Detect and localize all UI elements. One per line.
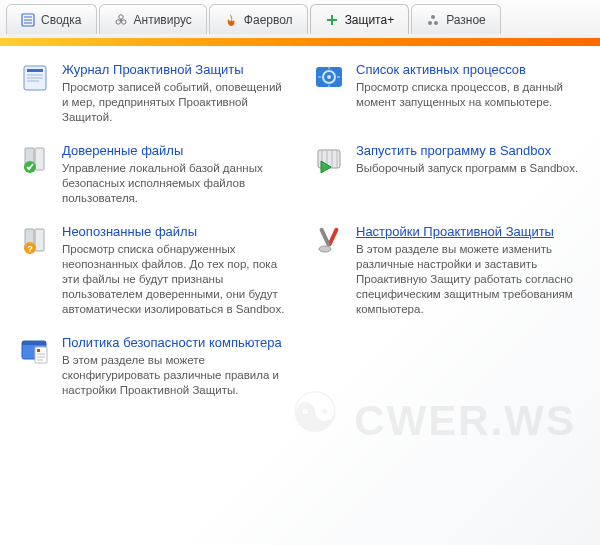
svg-point-8 [431,15,435,19]
tab-label: Разное [446,13,486,27]
tab-antivirus[interactable]: Антивирус [99,4,207,34]
item-desc: Просмотр списка обнаруженных неопознанны… [62,242,288,317]
item-unknown-files: ? Неопознанные файлы Просмотр списка обн… [18,224,288,317]
content-area: Журнал Проактивной Защиты Просмотр запис… [0,46,600,545]
link-defense-journal[interactable]: Журнал Проактивной Защиты [62,62,244,77]
settings-icon [312,224,346,258]
tab-label: Сводка [41,13,82,27]
item-defense-journal: Журнал Проактивной Защиты Просмотр запис… [18,62,288,125]
tab-summary[interactable]: Сводка [6,4,97,34]
plus-icon [325,13,339,27]
link-run-sandbox[interactable]: Запустить программу в Sandbox [356,143,551,158]
svg-rect-24 [35,148,44,170]
item-desc: В этом разделе вы можете изменить различ… [356,242,582,317]
unknown-files-icon: ? [18,224,52,258]
trusted-files-icon [18,143,52,177]
svg-rect-12 [27,69,43,72]
tab-firewall[interactable]: Фаервол [209,4,308,34]
svg-text:?: ? [27,244,33,254]
svg-rect-37 [319,227,331,247]
watermark-text: CWER.WS [354,397,576,445]
flame-icon [224,13,238,27]
link-trusted-files[interactable]: Доверенные файлы [62,143,183,158]
svg-point-10 [434,21,438,25]
link-unknown-files[interactable]: Неопознанные файлы [62,224,197,239]
tab-misc[interactable]: Разное [411,4,501,34]
svg-point-22 [327,75,331,79]
item-defense-settings: Настройки Проактивной Защиты В этом разд… [312,224,582,317]
svg-point-38 [319,246,331,252]
item-desc: Просмотр списка процессов, в данный моме… [356,80,582,110]
spacer [312,335,582,398]
item-desc: Выборочный запуск программ в Sandbox. [356,161,582,176]
tab-defense-plus[interactable]: Защита+ [310,4,410,34]
processes-icon [312,62,346,96]
svg-point-7 [120,19,122,21]
sandbox-run-icon [312,143,346,177]
tab-strip: Сводка Антивирус Фаервол Защита+ Разное [0,0,600,38]
svg-point-5 [116,19,120,23]
policy-icon [18,335,52,369]
link-defense-settings[interactable]: Настройки Проактивной Защиты [356,224,554,239]
biohazard-icon [114,13,128,27]
list-icon [21,13,35,27]
tab-label: Защита+ [345,13,395,27]
journal-icon [18,62,52,96]
tab-label: Фаервол [244,13,293,27]
item-desc: В этом разделе вы можете сконфигурироват… [62,353,288,398]
svg-rect-42 [37,349,40,352]
svg-rect-33 [35,229,44,251]
item-run-sandbox: Запустить программу в Sandbox Выборочный… [312,143,582,206]
item-trusted-files: Доверенные файлы Управление локальной ба… [18,143,288,206]
svg-rect-40 [22,341,46,345]
tab-label: Антивирус [134,13,192,27]
item-security-policy: Политика безопасности компьютера В этом … [18,335,288,398]
item-desc: Просмотр записей событий, оповещений и м… [62,80,288,125]
link-active-processes[interactable]: Список активных процессов [356,62,526,77]
options-grid: Журнал Проактивной Защиты Просмотр запис… [18,62,582,398]
svg-point-6 [121,19,125,23]
app-window: Сводка Антивирус Фаервол Защита+ Разное [0,0,600,545]
dots-icon [426,13,440,27]
svg-point-9 [428,21,432,25]
item-active-processes: Список активных процессов Просмотр списк… [312,62,582,125]
svg-point-4 [118,14,122,18]
accent-bar [0,38,600,46]
item-desc: Управление локальной базой данных безопа… [62,161,288,206]
link-security-policy[interactable]: Политика безопасности компьютера [62,335,282,350]
svg-rect-41 [35,347,47,363]
